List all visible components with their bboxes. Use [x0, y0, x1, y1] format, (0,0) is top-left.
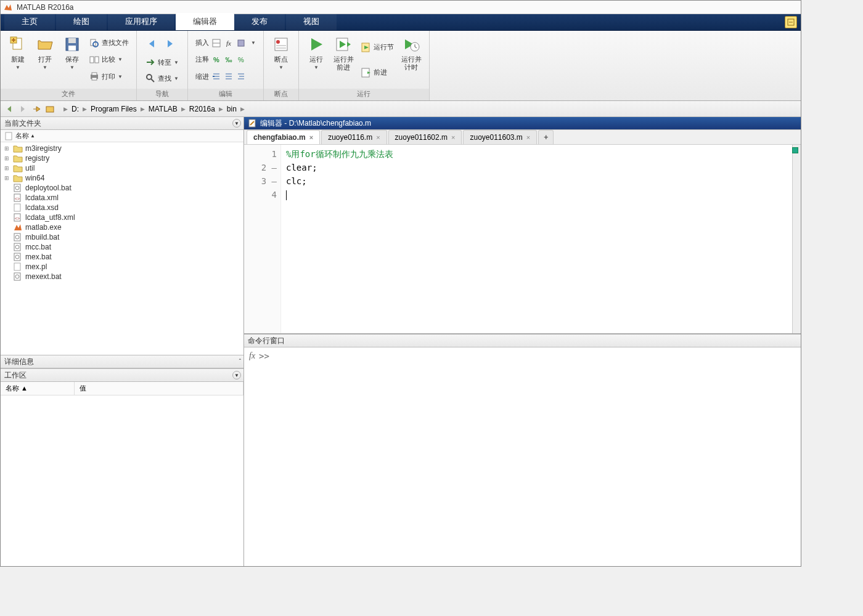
save-button[interactable]: 保存▼: [59, 33, 86, 86]
editor-code[interactable]: %用for循环制作九九乘法表clear;clc;: [281, 145, 792, 333]
new-button[interactable]: 新建▼: [4, 33, 31, 86]
expand-toggle-icon[interactable]: ⊞: [3, 175, 10, 181]
fx-icon: fx: [224, 38, 234, 48]
file-tree-row[interactable]: <>lcdata_utf8.xml: [2, 213, 242, 222]
close-icon[interactable]: ×: [309, 134, 313, 141]
editor-tab[interactable]: zuoye011602.m×: [388, 130, 462, 144]
nav-back-button[interactable]: [143, 38, 160, 50]
indent-button[interactable]: 缩进: [193, 70, 258, 83]
file-tree-row[interactable]: deploytool.bat: [2, 183, 242, 193]
cf-column-header[interactable]: 名称▲: [1, 130, 243, 142]
ws-col-value[interactable]: 值: [75, 382, 243, 395]
editor-add-tab-button[interactable]: +: [538, 130, 554, 144]
run-advance-button[interactable]: 运行并 前进: [330, 33, 358, 86]
close-icon[interactable]: ×: [526, 134, 530, 141]
tab-home[interactable]: 主页: [4, 13, 55, 30]
group-label-bp: 断点: [264, 89, 298, 100]
tab-view[interactable]: 视图: [286, 13, 337, 30]
insert-button[interactable]: 插入 fx ▼: [193, 37, 258, 49]
find-button[interactable]: 查找▼: [143, 72, 181, 84]
path-seg[interactable]: Program Files: [88, 103, 139, 115]
tab-plots[interactable]: 绘图: [56, 13, 107, 30]
addr-forward-button[interactable]: [17, 103, 29, 115]
close-icon[interactable]: ×: [451, 134, 455, 141]
file-tree-row[interactable]: ⊞m3iregistry: [2, 144, 242, 153]
chevron-down-icon: ▼: [174, 76, 179, 81]
fx-icon[interactable]: fx: [249, 351, 255, 564]
comment-add-icon: %: [211, 55, 221, 65]
file-tree-row[interactable]: mex.pl: [2, 262, 242, 272]
file-tree-row[interactable]: ⊞util: [2, 163, 242, 173]
path-seg[interactable]: MATLAB: [146, 103, 180, 115]
compare-button[interactable]: 比较▼: [87, 54, 131, 66]
find-files-button[interactable]: 查找文件: [87, 37, 131, 49]
editor-tab[interactable]: zuoye0116.m×: [321, 130, 387, 144]
editor-body[interactable]: 12 —3 —4 %用for循环制作九九乘法表clear;clc;: [244, 145, 801, 333]
file-tree-row[interactable]: ⊞registry: [2, 153, 242, 163]
workspace-columns[interactable]: 名称 ▲ 值: [1, 382, 243, 395]
file-tree-row[interactable]: mex.bat: [2, 252, 242, 262]
path-seg[interactable]: D:: [69, 103, 81, 115]
file-tree-row[interactable]: matlab.exe: [2, 222, 242, 232]
toolstrip-minimize-button[interactable]: [785, 16, 797, 28]
section-break-icon: [211, 38, 221, 48]
chevron-down-icon: ▼: [70, 65, 75, 70]
goto-button[interactable]: 转至▼: [143, 56, 181, 68]
file-icon: [13, 233, 23, 241]
command-window-header[interactable]: 命令行窗口: [244, 334, 801, 347]
svg-rect-16: [275, 38, 287, 51]
nav-fwd-button[interactable]: [162, 38, 179, 50]
tab-apps[interactable]: 应用程序: [108, 13, 174, 30]
toolstrip-group-file: 新建▼ 打开▼ 保存▼ 查找文件 比较▼: [1, 31, 137, 100]
file-tree-row[interactable]: mcc.bat: [2, 242, 242, 252]
file-page-icon: [5, 132, 12, 140]
run-time-button[interactable]: 运行并 计时: [398, 33, 425, 86]
toolstrip-group-nav: 转至▼ 查找▼ 导航: [137, 31, 188, 100]
comment-button[interactable]: 注释 % ‰ %: [193, 54, 258, 66]
current-folder-header[interactable]: 当前文件夹 ▼: [1, 117, 243, 130]
open-folder-icon: [36, 36, 54, 53]
file-tree-row[interactable]: mexext.bat: [2, 272, 242, 282]
file-tree-row[interactable]: lcdata.xsd: [2, 203, 242, 213]
file-tree-row[interactable]: mbuild.bat: [2, 232, 242, 242]
editor-header[interactable]: 编辑器 - D:\Matlab\chengfabiao.m: [244, 117, 801, 130]
run-button[interactable]: 运行▼: [303, 33, 330, 86]
tab-publish[interactable]: 发布: [234, 13, 285, 30]
workspace-header[interactable]: 工作区 ▼: [1, 369, 243, 382]
file-name: lcdata.xsd: [25, 203, 59, 212]
toolstrip: 新建▼ 打开▼ 保存▼ 查找文件 比较▼: [1, 31, 801, 101]
file-tree-row[interactable]: <>lcdata.xml: [2, 193, 242, 203]
file-name: m3iregistry: [25, 144, 62, 153]
file-name: util: [25, 164, 35, 172]
panel-menu-icon[interactable]: ▼: [232, 371, 241, 379]
tab-editor[interactable]: 编辑器: [176, 13, 234, 30]
close-icon[interactable]: ×: [376, 134, 380, 141]
print-button[interactable]: 打印▼: [87, 70, 131, 83]
path-seg[interactable]: R2016a: [187, 103, 218, 115]
panel-menu-icon[interactable]: ▼: [232, 119, 241, 128]
matlab-logo-icon: [3, 2, 13, 12]
addr-up-button[interactable]: [30, 103, 43, 115]
command-window-body[interactable]: fx >>: [244, 347, 801, 567]
file-tree-row[interactable]: ⊞win64: [2, 173, 242, 183]
path-seg[interactable]: bin: [224, 103, 239, 115]
file-icon: [13, 223, 23, 232]
collapse-up-icon[interactable]: ˆ: [239, 359, 241, 365]
breakpoints-button[interactable]: 断点▼: [268, 33, 295, 86]
ws-col-name[interactable]: 名称 ▲: [1, 382, 75, 395]
expand-toggle-icon[interactable]: ⊞: [3, 155, 10, 161]
indent-left-icon: [224, 71, 234, 81]
addr-back-button[interactable]: [3, 103, 15, 115]
breakpoints-icon: [272, 36, 290, 53]
address-path[interactable]: ▶ D:▶ Program Files▶ MATLAB▶ R2016a▶ bin…: [57, 103, 246, 115]
editor-tab[interactable]: chengfabiao.m×: [247, 130, 320, 144]
run-section-button[interactable]: 运行节: [359, 41, 396, 54]
editor-tab[interactable]: zuoye011603.m×: [463, 130, 537, 144]
details-panel-header[interactable]: 详细信息 ˆ: [1, 355, 243, 368]
advance-button[interactable]: 前进: [359, 67, 396, 79]
addr-browse-button[interactable]: [44, 103, 56, 115]
expand-toggle-icon[interactable]: ⊞: [3, 145, 10, 152]
expand-toggle-icon[interactable]: ⊞: [3, 165, 10, 171]
folder-icon: [13, 144, 23, 153]
open-button[interactable]: 打开▼: [31, 33, 59, 86]
